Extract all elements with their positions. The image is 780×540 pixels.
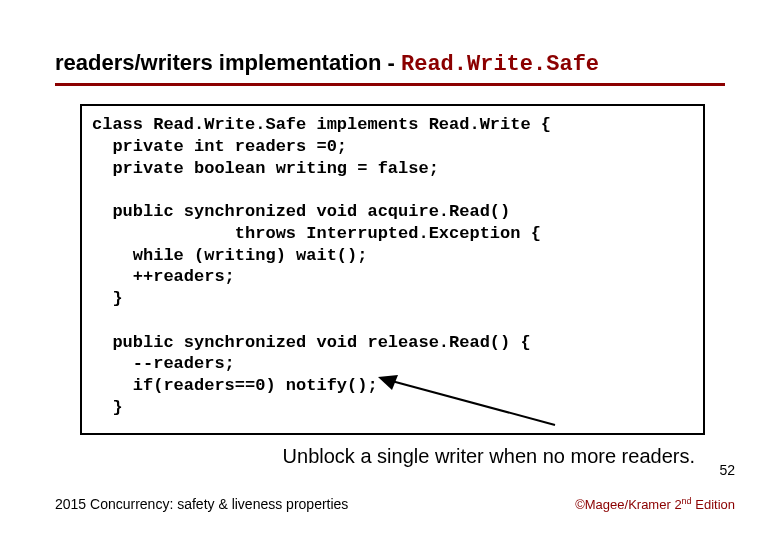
code-box: class Read.Write.Safe implements Read.Wr…: [80, 104, 705, 435]
title-prefix: readers/writers implementation -: [55, 50, 401, 75]
slide: readers/writers implementation - Read.Wr…: [0, 0, 780, 540]
slide-number: 52: [719, 462, 735, 478]
footer-edition-word: Edition: [692, 497, 735, 512]
footer-left: 2015 Concurrency: safety & liveness prop…: [55, 496, 348, 512]
title-classname: Read.Write.Safe: [401, 52, 599, 77]
footer-right: ©Magee/Kramer 2nd Edition: [575, 496, 735, 512]
title-rule: [55, 83, 725, 86]
caption-text: Unblock a single writer when no more rea…: [55, 445, 695, 468]
code-block: class Read.Write.Safe implements Read.Wr…: [92, 114, 693, 419]
footer-edition-num: 2: [674, 497, 681, 512]
footer-author: ©Magee/Kramer: [575, 497, 674, 512]
slide-title: readers/writers implementation - Read.Wr…: [55, 50, 725, 77]
footer-edition-sup: nd: [682, 496, 692, 506]
